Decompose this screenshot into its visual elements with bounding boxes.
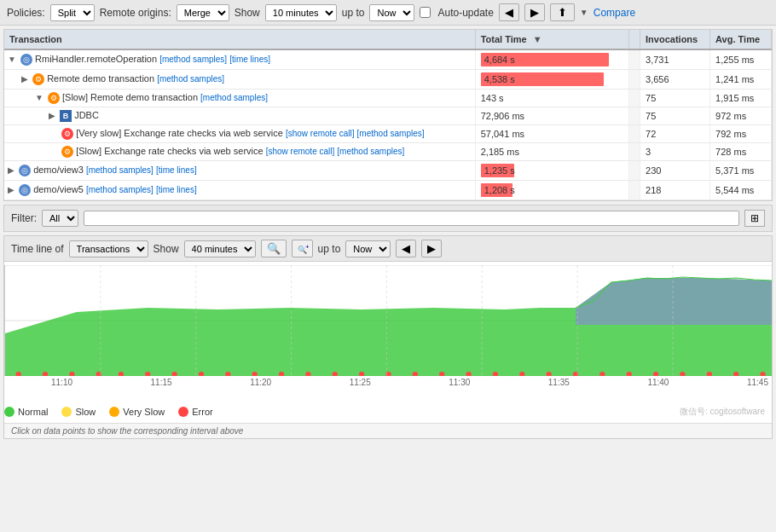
table-row: ▶ B JDBC 72,906 ms 75 972 ms (4, 107, 772, 125)
zoom-out-button[interactable]: 🔍 (261, 240, 287, 257)
filter-all-select[interactable]: All (42, 210, 78, 227)
tx-link[interactable]: [time lines] (156, 165, 197, 175)
expand-icon[interactable]: ▼ (35, 93, 43, 102)
tx-scroll-spacer (629, 143, 640, 161)
table-row: ▼ ⚙ [Slow] Remote demo transaction [meth… (4, 90, 772, 107)
chart-upto-label: up to (318, 243, 341, 255)
x-label-1125: 11:25 (350, 378, 371, 387)
tx-scroll-spacer (629, 49, 640, 70)
chart-panel: Time line of Transactions Show 40 minute… (3, 235, 773, 439)
x-label-1115: 11:15 (151, 378, 172, 387)
zoom-in-button[interactable]: 🔍+ (292, 240, 313, 257)
tx-link[interactable]: [time lines] (156, 185, 197, 194)
tx-avg-time-cell: 1,241 ms (710, 70, 772, 90)
compare-link[interactable]: Compare (594, 7, 635, 19)
export-button[interactable]: ⬆ (550, 3, 575, 21)
legend-error-dot (178, 407, 188, 417)
tx-name-cell: ⚙ [Very slow] Exchange rate checks via w… (4, 125, 475, 143)
filter-input[interactable] (84, 211, 739, 226)
tx-link[interactable]: [method samples] (86, 185, 153, 194)
tx-link[interactable]: [method samples] (157, 74, 224, 84)
legend-slow-label: Slow (75, 407, 96, 417)
tx-scroll-spacer (629, 70, 640, 90)
auto-update-checkbox[interactable] (420, 7, 431, 18)
tx-total-time-cell: 1,208 s (475, 181, 628, 200)
expand-icon[interactable]: ▶ (8, 165, 14, 175)
tx-link[interactable]: [method samples] (159, 55, 227, 64)
db-icon: B (60, 110, 72, 122)
chart-show-select[interactable]: 40 minutes (184, 240, 256, 257)
tx-name-cell: ▶ ◎ demo/view3 [method samples] [time li… (4, 161, 475, 181)
show-label: Show (235, 7, 260, 19)
time-value: 2,185 ms (481, 147, 519, 157)
tx-total-time-cell: 143 s (475, 90, 628, 107)
main-toolbar: Policies: Split Remote origins: Merge Sh… (0, 0, 776, 26)
tx-link[interactable]: [show remote call] (286, 129, 355, 138)
col-invocations: Invocations (640, 30, 710, 49)
chart-svg[interactable] (5, 265, 772, 376)
col-spacer (629, 30, 640, 49)
table-row: ▼ ◎ RmiHandler.remoteOperation [method s… (4, 49, 772, 70)
chart-legend: Normal Slow Very Slow Error 微信号: cogitos… (4, 402, 772, 423)
nav-back-button[interactable]: ◀ (499, 3, 519, 21)
table-row: ▶ ◎ demo/view3 [method samples] [time li… (4, 161, 772, 181)
tx-name: demo/view5 (33, 184, 84, 194)
policies-label: Policies: (7, 7, 45, 19)
time-value: 72,906 ms (481, 111, 524, 121)
tx-link[interactable]: [show remote call] (266, 147, 335, 156)
tx-avg-time-cell: 1,255 ms (710, 49, 772, 70)
tx-link[interactable]: [method samples] (200, 93, 268, 102)
transactions-table: Transaction Total Time ▼ Invocations Avg… (4, 30, 772, 200)
tx-scroll-spacer (629, 125, 640, 143)
chart-nav-fwd-button[interactable]: ▶ (421, 240, 442, 257)
tx-link[interactable]: [method samples] (86, 165, 153, 175)
expand-icon[interactable]: ▶ (21, 74, 28, 84)
bar-label: 1,208 s (484, 183, 515, 197)
legend-slow-dot (61, 407, 72, 417)
table-row: ▶ ◎ demo/view5 [method samples] [time li… (4, 181, 772, 200)
upto-select[interactable]: Now (369, 4, 414, 21)
col-total-time[interactable]: Total Time ▼ (475, 30, 628, 49)
x-label-1120: 11:20 (250, 378, 271, 387)
table-row: ⚙ [Slow] Exchange rate checks via web se… (4, 143, 772, 161)
tx-avg-time-cell: 5,544 ms (710, 181, 772, 200)
tx-link[interactable]: [time lines] (229, 55, 270, 64)
globe-icon: ◎ (19, 165, 31, 176)
time-bar: 4,538 s (481, 72, 609, 86)
bar-label: 1,235 s (484, 164, 515, 177)
time-value: 143 s (481, 93, 504, 103)
tx-invocations-cell: 72 (640, 125, 710, 143)
x-label-1145: 11:45 (747, 378, 768, 387)
table-row: ▶ ⚙ Remote demo transaction [method samp… (4, 70, 772, 90)
tx-invocations-cell: 75 (640, 90, 710, 107)
x-axis: 11:10 11:15 11:20 11:25 11:30 11:35 11:4… (51, 376, 772, 389)
transactions-table-container: Transaction Total Time ▼ Invocations Avg… (3, 29, 773, 201)
chart-footer: Click on data points to show the corresp… (4, 423, 772, 438)
svg-marker-4 (576, 278, 772, 325)
tx-name-cell: ⚙ [Slow] Exchange rate checks via web se… (4, 143, 475, 161)
tx-invocations-cell: 3,731 (640, 49, 710, 70)
x-label-1140: 11:40 (647, 378, 669, 387)
show-select[interactable]: 10 minutes (265, 4, 337, 21)
tx-name: [Slow] Remote demo transaction (62, 92, 198, 102)
expand-icon[interactable]: ▶ (49, 111, 55, 120)
col-transaction: Transaction (4, 30, 475, 49)
nav-fwd-button[interactable]: ▶ (524, 3, 545, 21)
tx-link[interactable]: [method samples] (357, 129, 425, 138)
policies-select[interactable]: Split (50, 4, 95, 21)
chart-upto-select[interactable]: Now (345, 240, 391, 257)
dropdown-arrow-icon: ▼ (580, 8, 588, 17)
tx-link[interactable]: [method samples] (337, 147, 404, 156)
time-bar: 1,235 s (481, 164, 609, 177)
tx-scroll-spacer (629, 181, 640, 200)
filter-columns-button[interactable]: ⊞ (744, 210, 765, 227)
upto-label: up to (342, 7, 365, 19)
tx-scroll-spacer (629, 90, 640, 107)
expand-icon[interactable]: ▶ (8, 185, 14, 194)
chart-nav-back-button[interactable]: ◀ (396, 240, 416, 257)
tx-name: Remote demo transaction (47, 73, 154, 84)
expand-icon[interactable]: ▼ (8, 55, 16, 64)
timeline-select[interactable]: Transactions (69, 240, 148, 257)
bar-label: 4,538 s (484, 72, 515, 86)
remote-origins-select[interactable]: Merge (177, 4, 229, 21)
